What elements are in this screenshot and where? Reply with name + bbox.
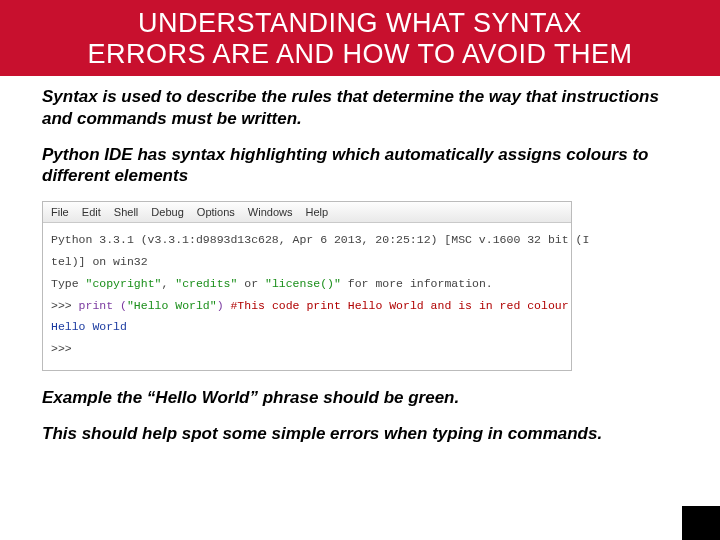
slide-title: UNDERSTANDING WHAT SYNTAX ERRORS ARE AND… bbox=[0, 0, 720, 76]
menu-options[interactable]: Options bbox=[197, 206, 235, 218]
menu-help[interactable]: Help bbox=[306, 206, 329, 218]
corner-decoration bbox=[682, 506, 720, 540]
ide-banner-2: tel)] on win32 bbox=[51, 251, 563, 273]
menu-edit[interactable]: Edit bbox=[82, 206, 101, 218]
paragraph-help-spot: This should help spot some simple errors… bbox=[42, 423, 688, 445]
ide-text: for more information. bbox=[341, 277, 493, 290]
ide-code-line: >>> print ("Hello World") #This code pri… bbox=[51, 295, 563, 317]
ide-string: "copyright" bbox=[86, 277, 162, 290]
ide-output: Python 3.3.1 (v3.3.1:d9893d13c628, Apr 6… bbox=[43, 223, 571, 370]
ide-paren: ) bbox=[217, 299, 231, 312]
ide-prompt-empty: >>> bbox=[51, 338, 563, 360]
paragraph-ide-highlight: Python IDE has syntax highlighting which… bbox=[42, 144, 688, 188]
ide-banner-1: Python 3.3.1 (v3.3.1:d9893d13c628, Apr 6… bbox=[51, 229, 563, 251]
ide-output-line: Hello World bbox=[51, 316, 563, 338]
slide-body: Syntax is used to describe the rules tha… bbox=[0, 76, 720, 469]
menu-windows[interactable]: Windows bbox=[248, 206, 293, 218]
ide-menubar: File Edit Shell Debug Options Windows He… bbox=[43, 202, 571, 223]
ide-string: "credits" bbox=[175, 277, 237, 290]
ide-comment: #This code print Hello World and is in r… bbox=[230, 299, 568, 312]
ide-banner-3: Type "copyright", "credits" or "license(… bbox=[51, 273, 563, 295]
ide-keyword-print: print bbox=[79, 299, 120, 312]
ide-text: Type bbox=[51, 277, 86, 290]
ide-string: "license()" bbox=[265, 277, 341, 290]
ide-text: or bbox=[237, 277, 265, 290]
title-line-1: UNDERSTANDING WHAT SYNTAX bbox=[12, 8, 708, 39]
menu-debug[interactable]: Debug bbox=[151, 206, 183, 218]
menu-file[interactable]: File bbox=[51, 206, 69, 218]
paragraph-example: Example the “Hello World” phrase should … bbox=[42, 387, 688, 409]
ide-text: , bbox=[161, 277, 175, 290]
ide-prompt: >>> bbox=[51, 299, 79, 312]
ide-paren: ( bbox=[120, 299, 127, 312]
title-line-2: ERRORS ARE AND HOW TO AVOID THEM bbox=[12, 39, 708, 70]
paragraph-syntax-def: Syntax is used to describe the rules tha… bbox=[42, 86, 688, 130]
ide-screenshot: File Edit Shell Debug Options Windows He… bbox=[42, 201, 572, 371]
ide-string: "Hello World" bbox=[127, 299, 217, 312]
menu-shell[interactable]: Shell bbox=[114, 206, 138, 218]
